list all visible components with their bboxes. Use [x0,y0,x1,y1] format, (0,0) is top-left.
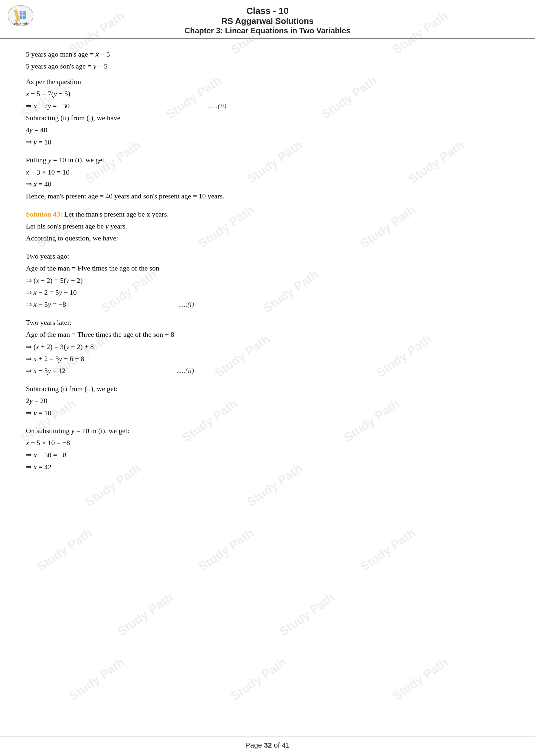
line-x2-5y10: ⇒ x − 2 = 5y − 10 [26,286,509,298]
substituting-block: On substituting y = 10 in (i), we get: x… [26,425,509,473]
line-age-man-five: Age of the man = Five times the age of t… [26,262,509,274]
solution43-intro-text: Let the man's present age be x years. [62,210,169,218]
line-2y20: 2y = 20 [26,395,509,407]
line-son-intro: Let his son's present age be y years. [26,220,509,232]
line-mans-age: 5 years ago man's age = x − 5 [26,48,509,60]
as-per-question-block: As per the question x − 5 = 7(y − 5) ⇒ x… [26,76,509,148]
two-years-later-block: Two years later: Age of the man = Three … [26,316,509,377]
line-x2-3y2-8: ⇒ (x + 2) = 3(y + 2) + 8 [26,341,509,353]
line-x5y-8-i: ⇒ x − 5y = −8 .....(i) [26,298,194,310]
header-title: RS Aggarwal Solutions [0,16,535,26]
line-sons-age: 5 years ago son's age = y − 5 [26,60,509,72]
line-equation-setup: x − 5 = 7(y − 5) [26,88,509,99]
line-two-years-later: Two years later: [26,316,509,328]
header-chapter: Chapter 3: Linear Equations in Two Varia… [0,26,535,35]
header-class: Class - 10 [0,6,535,16]
line-subtracting-ii-i: Subtracting (ii) from (i), we have [26,112,509,124]
svg-text:Study Path: Study Path [13,22,27,25]
page-header: Study Path Class - 10 RS Aggarwal Soluti… [0,0,535,39]
line-x5x10: x − 5 × 10 = −8 [26,437,509,448]
page-number: Page 32 of 41 [245,741,290,749]
line-as-per-question: As per the question [26,76,509,88]
page-container: Study Path Study Path Study Path Study P… [0,0,535,756]
line-x2-3y68: ⇒ x + 2 = 3y + 6 + 8 [26,353,509,364]
solution43-label: Solution 43: [26,210,62,218]
two-years-ago-block: Two years ago: Age of the man = Five tim… [26,250,509,310]
line-x-calc: x − 3 × 10 = 10 [26,166,509,178]
line-x40: ⇒ x = 40 [26,178,509,190]
line-on-substituting: On substituting y = 10 in (i), we get: [26,425,509,437]
putting-block: Putting y = 10 in (i), we get x − 3 × 10… [26,154,509,202]
line-y10: ⇒ y = 10 [26,136,509,148]
line-subtracting-i-from-ii: Subtracting (i) from (ii), we get: [26,383,509,395]
solution43-block: Solution 43: Let the man's present age b… [26,208,509,244]
solution43-intro-line: Solution 43: Let the man's present age b… [26,208,509,220]
line-according: According to question, we have: [26,232,509,244]
logo: Study Path [6,3,35,27]
line-y10-sol43: ⇒ y = 10 [26,407,509,419]
line-two-years-ago: Two years ago: [26,250,509,262]
page-footer: Page 32 of 41 [0,737,535,749]
line-x2-5y2: ⇒ (x − 2) = 5(y − 2) [26,274,509,286]
line-x3y12-ii: ⇒ x − 3y = 12 .....(ii) [26,364,194,377]
top-content-block: 5 years ago man's age = x − 5 5 years ag… [26,48,509,72]
line-x42: ⇒ x = 42 [26,461,509,473]
line-age-man-three: Age of the man = Three times the age of … [26,328,509,340]
line-x50-8: ⇒ x − 50 = −8 [26,449,509,461]
line-4y40: 4y = 40 [26,124,509,136]
main-content: 5 years ago man's age = x − 5 5 years ag… [0,39,535,496]
line-eq-ii: ⇒ x − 7y = −30 .....(ii) [26,100,226,112]
subtracting-i-ii-block: Subtracting (i) from (ii), we get: 2y = … [26,383,509,419]
line-hence: Hence, man's present age = 40 years and … [26,190,509,202]
line-putting-y10: Putting y = 10 in (i), we get [26,154,509,166]
